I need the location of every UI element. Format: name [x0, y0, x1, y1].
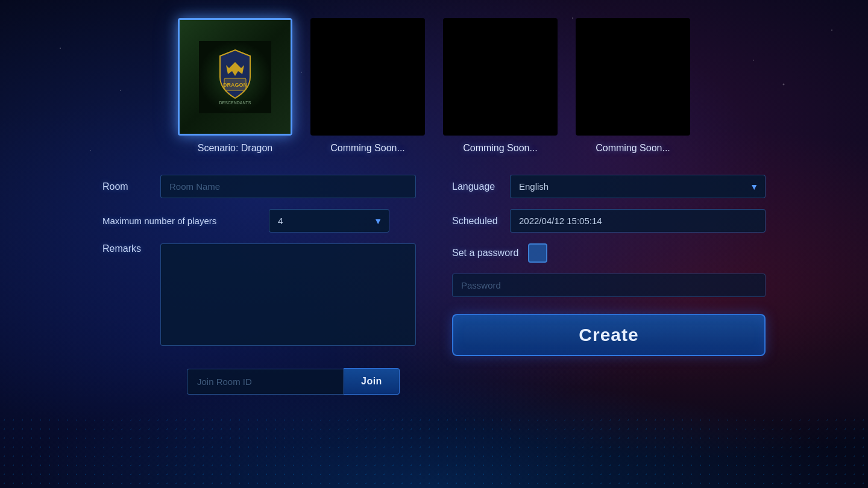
max-players-row: Maximum number of players 2 3 4 5 6 7 8 … [102, 209, 416, 233]
create-button[interactable]: Create [452, 314, 766, 356]
scheduled-input[interactable] [510, 209, 766, 233]
card-label-dragon: Scenario: Dragon [198, 143, 273, 154]
language-row: Language English Chinese Japanese Korean… [452, 175, 766, 198]
room-name-row: Room [102, 175, 416, 198]
bottom-row: Join [187, 368, 488, 395]
scenario-card-soon1[interactable]: Comming Soon... [310, 18, 425, 154]
join-button[interactable]: Join [344, 368, 400, 395]
join-room-input[interactable] [187, 369, 344, 395]
max-players-select[interactable]: 2 3 4 5 6 7 8 [269, 209, 389, 233]
remarks-row: Remarks [102, 243, 416, 346]
form-right: Language English Chinese Japanese Korean… [452, 175, 766, 356]
scenario-card-soon3[interactable]: Comming Soon... [576, 18, 690, 154]
scenario-card-soon2[interactable]: Comming Soon... [443, 18, 558, 154]
language-select[interactable]: English Chinese Japanese Korean [510, 175, 766, 198]
card-image-soon1 [310, 18, 425, 136]
black-image-2 [443, 18, 558, 136]
card-label-soon2: Comming Soon... [463, 143, 538, 154]
card-image-soon2 [443, 18, 558, 136]
remarks-textarea[interactable] [160, 243, 416, 346]
card-label-soon1: Comming Soon... [330, 143, 405, 154]
language-label: Language [452, 181, 500, 192]
remarks-label: Remarks [102, 243, 151, 254]
form-section: Room Maximum number of players 2 3 4 5 6… [102, 175, 766, 356]
card-image-soon3 [576, 18, 690, 136]
password-field-row [452, 274, 766, 297]
card-image-dragon: DRAGON DESCENDANTS [178, 18, 292, 136]
password-checkbox[interactable] [528, 243, 547, 263]
max-players-select-wrapper: 2 3 4 5 6 7 8 ▼ [269, 209, 389, 233]
room-name-input[interactable] [160, 175, 416, 198]
form-left: Room Maximum number of players 2 3 4 5 6… [102, 175, 416, 356]
svg-text:DESCENDANTS: DESCENDANTS [219, 101, 251, 105]
scheduled-row: Scheduled [452, 209, 766, 233]
room-label: Room [102, 181, 151, 192]
language-select-wrapper: English Chinese Japanese Korean ▼ [510, 175, 766, 198]
main-content: DRAGON DESCENDANTS Scenario: Dragon Comm… [0, 0, 868, 488]
svg-text:DRAGON: DRAGON [223, 82, 247, 88]
dragon-image: DRAGON DESCENDANTS [180, 20, 291, 134]
dragon-logo-svg: DRAGON DESCENDANTS [199, 41, 271, 113]
scenario-row: DRAGON DESCENDANTS Scenario: Dragon Comm… [178, 18, 690, 154]
max-players-label: Maximum number of players [102, 216, 259, 226]
set-password-label: Set a password [452, 248, 518, 258]
card-label-soon3: Comming Soon... [596, 143, 670, 154]
password-input[interactable] [452, 274, 766, 297]
black-image-1 [310, 18, 425, 136]
scenario-card-dragon[interactable]: DRAGON DESCENDANTS Scenario: Dragon [178, 18, 292, 154]
scheduled-label: Scheduled [452, 216, 500, 227]
set-password-row: Set a password [452, 243, 766, 263]
black-image-3 [576, 18, 690, 136]
